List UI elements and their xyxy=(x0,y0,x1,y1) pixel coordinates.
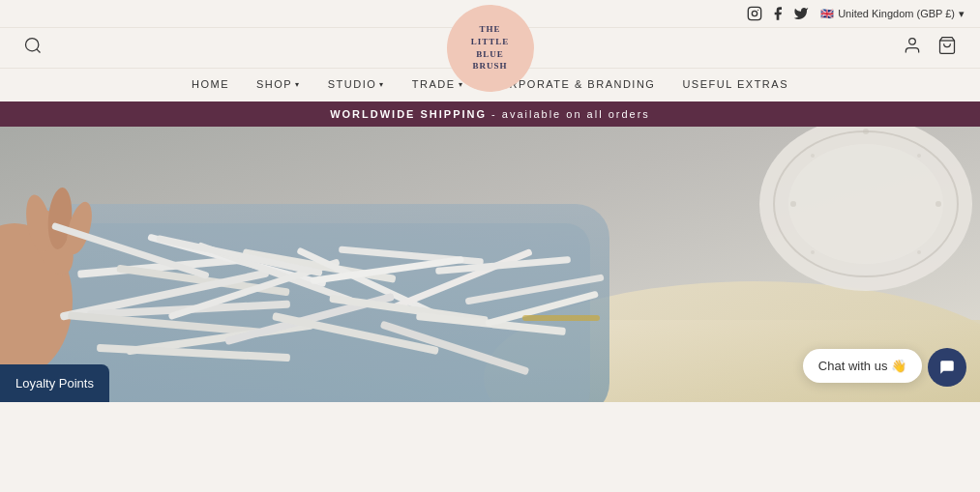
chat-button[interactable]: Chat with us 👋 xyxy=(803,349,922,383)
facebook-icon[interactable] xyxy=(770,6,786,21)
loyalty-points-label: Loyalty Points xyxy=(15,376,94,391)
account-button[interactable] xyxy=(903,36,922,60)
svg-point-51 xyxy=(917,250,921,254)
header: THE LITTLE BLUE BRUSH xyxy=(0,28,980,68)
svg-point-48 xyxy=(811,154,815,158)
region-chevron: ▾ xyxy=(959,8,965,20)
shipping-regular-text: - available on all orders xyxy=(487,108,650,120)
svg-rect-0 xyxy=(748,7,760,19)
svg-point-1 xyxy=(752,11,757,15)
svg-line-4 xyxy=(37,49,41,53)
nav-item-shop[interactable]: SHOP ▾ xyxy=(256,78,301,90)
nav-item-studio[interactable]: STUDIO ▾ xyxy=(328,78,385,90)
region-selector[interactable]: 🇬🇧 United Kingdom (GBP £) ▾ xyxy=(820,8,965,20)
nav-item-home[interactable]: HOME xyxy=(192,78,229,90)
svg-point-49 xyxy=(917,154,921,158)
logo-text: THE LITTLE BLUE BRUSH xyxy=(471,23,510,72)
studio-chevron-icon: ▾ xyxy=(379,80,385,89)
shop-chevron-icon: ▾ xyxy=(295,80,301,89)
svg-rect-52 xyxy=(522,315,600,321)
page-wrapper: 🇬🇧 United Kingdom (GBP £) ▾ THE LITTLE B… xyxy=(0,0,980,492)
svg-point-44 xyxy=(788,144,943,264)
nav-label-shop: SHOP xyxy=(256,78,292,90)
logo-container: THE LITTLE BLUE BRUSH xyxy=(447,5,534,92)
svg-point-46 xyxy=(935,201,941,207)
shipping-banner: WORLDWIDE SHIPPING - available on all or… xyxy=(0,101,980,127)
social-icons xyxy=(747,6,809,21)
chat-bubble-button[interactable] xyxy=(928,348,966,387)
region-label: United Kingdom (GBP £) xyxy=(838,8,955,19)
svg-point-2 xyxy=(757,10,758,11)
logo-oval[interactable]: THE LITTLE BLUE BRUSH xyxy=(447,5,534,92)
svg-point-3 xyxy=(26,39,39,51)
nav-item-extras[interactable]: USEFUL EXTRAS xyxy=(682,78,788,90)
nav-label-studio: STUDIO xyxy=(328,78,377,90)
instagram-icon[interactable] xyxy=(747,6,762,21)
nav-label-extras: USEFUL EXTRAS xyxy=(682,78,788,90)
search-button[interactable] xyxy=(23,36,43,60)
cart-button[interactable] xyxy=(937,36,957,60)
nav-label-home: HOME xyxy=(192,78,229,90)
loyalty-points-button[interactable]: Loyalty Points xyxy=(0,364,109,402)
header-right xyxy=(903,36,957,60)
flag-icon: 🇬🇧 xyxy=(820,8,834,20)
chat-label: Chat with us 👋 xyxy=(818,359,906,373)
svg-point-50 xyxy=(811,250,815,254)
header-left xyxy=(23,36,43,60)
svg-point-5 xyxy=(909,39,916,45)
shipping-bold-text: WORLDWIDE SHIPPING xyxy=(330,108,487,120)
svg-point-47 xyxy=(863,129,869,134)
twitter-icon[interactable] xyxy=(793,6,809,21)
svg-point-45 xyxy=(790,201,796,207)
hero-section: Chat with us 👋 Loyalty Points xyxy=(0,127,980,402)
